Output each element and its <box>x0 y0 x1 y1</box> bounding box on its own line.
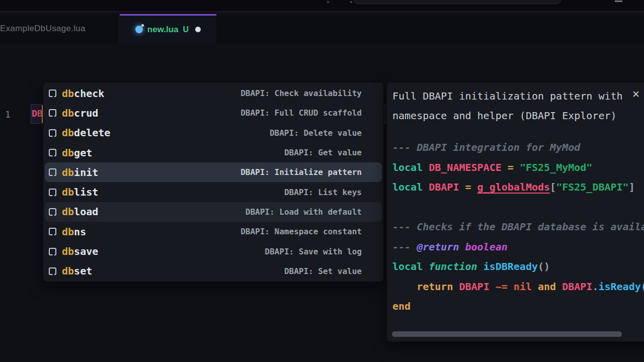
match-text: db <box>62 147 74 159</box>
code-line: local DB_NAMESPACE = "FS25_MyMod" <box>392 158 644 178</box>
suggest-description: DBAPI: Namespace constant <box>240 227 362 236</box>
snippet-icon <box>49 109 56 117</box>
snippet-icon <box>49 189 56 196</box>
code-line: return DBAPI ~= nil and DBAPI.isReady() <box>392 277 644 297</box>
minimize-icon[interactable] <box>615 1 622 2</box>
match-text: db <box>62 226 74 238</box>
tab-label: new.lua <box>147 25 179 35</box>
suggest-description: DBAPI: Load with default <box>246 207 362 217</box>
back-arrow-icon[interactable] <box>327 1 329 3</box>
label-text: init <box>74 166 98 178</box>
code-line: end <box>392 297 644 317</box>
label-text: check <box>74 87 104 100</box>
suggest-description: DBAPI: Full CRUD scaffold <box>240 108 362 118</box>
docs-code-preview: --- DBAPI integration for MyMod local DB… <box>392 138 644 317</box>
match-text: db <box>62 166 74 178</box>
match-text: db <box>62 87 74 100</box>
snippet-icon <box>49 129 56 137</box>
code-line: local function isDBReady() <box>392 257 644 277</box>
snippet-icon <box>49 208 56 216</box>
horizontal-scrollbar[interactable] <box>392 331 622 337</box>
suggest-item-dbdelete[interactable]: dbdelete DBAPI: Delete value <box>45 123 382 143</box>
label-text: crud <box>74 107 98 119</box>
snippet-icon <box>49 248 56 255</box>
match-text: db <box>62 127 74 139</box>
label-text: delete <box>74 127 110 139</box>
git-status-badge: U <box>183 25 189 34</box>
suggest-item-dblist[interactable]: dblist DBAPI: List keys <box>45 182 382 202</box>
editor-line-text: DB <box>32 108 43 119</box>
label-text: ns <box>74 226 86 238</box>
suggest-item-dbcrud[interactable]: dbcrud DBAPI: Full CRUD scaffold <box>45 103 382 123</box>
unsaved-dot-icon[interactable] <box>195 27 201 32</box>
snippet-icon <box>49 168 56 176</box>
command-center-searchbox[interactable] <box>354 0 561 4</box>
code-line: --- DBAPI integration for MyMod <box>392 138 644 158</box>
suggest-description: DBAPI: Set value <box>284 266 362 276</box>
label-text: set <box>74 265 92 277</box>
label-text: list <box>74 186 98 198</box>
suggest-item-dbload[interactable]: dbload DBAPI: Load with default <box>45 202 382 222</box>
lua-file-icon <box>135 26 143 33</box>
label-text: save <box>74 245 98 257</box>
suggest-item-dbcheck[interactable]: dbcheck DBAPI: Check availability <box>45 83 382 103</box>
suggest-item-dbinit[interactable]: dbinit DBAPI: Initialize pattern <box>45 162 382 182</box>
suggest-item-dbset[interactable]: dbset DBAPI: Set value <box>45 261 382 281</box>
match-text: db <box>62 107 74 119</box>
suggest-item-dbsave[interactable]: dbsave DBAPI: Save with log <box>45 241 382 261</box>
code-line: --- Checks if the DBAPI database is avai… <box>392 217 644 237</box>
tab-exampledbusage[interactable]: ExampleDbUsage.lua <box>0 14 119 43</box>
snippet-icon <box>49 267 56 275</box>
match-text: db <box>62 265 74 277</box>
suggest-description: DBAPI: Check availability <box>240 88 362 98</box>
docs-header: Full DBAPI initialization pattern with n… <box>392 86 635 126</box>
code-line: local DBAPI = g_globalMods["FS25_DBAPI"] <box>392 177 644 198</box>
match-text: db <box>62 245 74 257</box>
suggest-description: DBAPI: Initialize pattern <box>240 167 362 177</box>
tab-new-lua[interactable]: new.lua U <box>120 14 216 43</box>
match-text: db <box>62 186 74 198</box>
forward-arrow-icon[interactable] <box>350 1 352 3</box>
snippet-icon <box>49 149 56 156</box>
suggest-docs-panel: Full DBAPI initialization pattern with n… <box>386 82 644 342</box>
code-line: --- @return boolean <box>392 237 644 257</box>
tab-label: ExampleDbUsage.lua <box>0 24 86 34</box>
match-text: db <box>62 206 74 218</box>
tab-bar: ExampleDbUsage.lua new.lua U <box>0 14 644 43</box>
suggest-item-dbns[interactable]: dbns DBAPI: Namespace constant <box>45 222 382 241</box>
suggest-widget: dbcheck DBAPI: Check availability dbcrud… <box>43 82 384 282</box>
code-line-blank <box>392 198 644 218</box>
snippet-icon <box>49 228 56 235</box>
label-text: load <box>74 206 98 218</box>
suggest-description: DBAPI: List keys <box>284 188 362 197</box>
snippet-icon <box>49 89 56 97</box>
suggest-description: DBAPI: Save with log <box>265 247 362 256</box>
line-number: 1 <box>5 109 20 120</box>
suggest-item-dbget[interactable]: dbget DBAPI: Get value <box>45 143 382 162</box>
suggest-description: DBAPI: Delete value <box>270 128 362 138</box>
titlebar <box>0 0 644 11</box>
suggest-description: DBAPI: Get value <box>284 148 362 157</box>
close-icon[interactable]: ✕ <box>632 88 640 100</box>
label-text: get <box>74 147 92 159</box>
